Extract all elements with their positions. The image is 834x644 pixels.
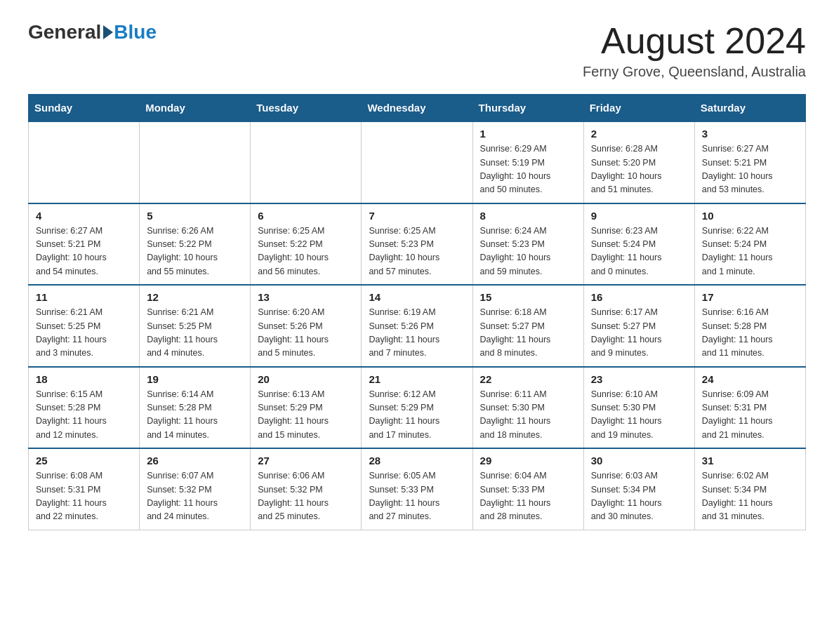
calendar-header-row: SundayMondayTuesdayWednesdayThursdayFrid… <box>29 95 806 122</box>
day-info: Sunrise: 6:15 AM Sunset: 5:28 PM Dayligh… <box>36 388 132 443</box>
day-info: Sunrise: 6:13 AM Sunset: 5:29 PM Dayligh… <box>258 388 354 443</box>
day-info: Sunrise: 6:20 AM Sunset: 5:26 PM Dayligh… <box>258 306 354 361</box>
day-info: Sunrise: 6:05 AM Sunset: 5:33 PM Dayligh… <box>369 469 465 524</box>
day-info: Sunrise: 6:21 AM Sunset: 5:25 PM Dayligh… <box>147 306 243 361</box>
day-info: Sunrise: 6:26 AM Sunset: 5:22 PM Dayligh… <box>147 224 243 279</box>
calendar-day-cell: 10Sunrise: 6:22 AM Sunset: 5:24 PM Dayli… <box>694 203 805 286</box>
day-info: Sunrise: 6:25 AM Sunset: 5:22 PM Dayligh… <box>258 224 354 279</box>
weekday-header-wednesday: Wednesday <box>362 95 472 122</box>
calendar-day-cell <box>140 121 251 203</box>
day-info: Sunrise: 6:18 AM Sunset: 5:27 PM Dayligh… <box>480 306 576 361</box>
day-number: 6 <box>258 210 354 222</box>
day-number: 3 <box>702 128 798 140</box>
calendar-day-cell: 31Sunrise: 6:02 AM Sunset: 5:34 PM Dayli… <box>694 448 805 530</box>
day-number: 1 <box>480 128 576 140</box>
logo-blue-text: Blue <box>114 21 157 43</box>
day-number: 19 <box>147 373 243 385</box>
day-info: Sunrise: 6:06 AM Sunset: 5:32 PM Dayligh… <box>258 469 354 524</box>
calendar-day-cell: 7Sunrise: 6:25 AM Sunset: 5:23 PM Daylig… <box>362 203 472 286</box>
day-number: 12 <box>147 291 243 303</box>
calendar-day-cell: 4Sunrise: 6:27 AM Sunset: 5:21 PM Daylig… <box>29 203 140 286</box>
day-number: 20 <box>258 373 354 385</box>
day-number: 17 <box>702 291 798 303</box>
day-number: 27 <box>258 455 354 467</box>
day-info: Sunrise: 6:21 AM Sunset: 5:25 PM Dayligh… <box>36 306 132 361</box>
calendar-day-cell: 15Sunrise: 6:18 AM Sunset: 5:27 PM Dayli… <box>472 285 583 367</box>
month-title: August 2024 <box>583 21 806 61</box>
calendar-day-cell: 19Sunrise: 6:14 AM Sunset: 5:28 PM Dayli… <box>140 367 251 449</box>
calendar-day-cell: 25Sunrise: 6:08 AM Sunset: 5:31 PM Dayli… <box>29 448 140 530</box>
day-number: 31 <box>702 455 798 467</box>
day-number: 13 <box>258 291 354 303</box>
day-number: 30 <box>591 455 687 467</box>
calendar-day-cell: 16Sunrise: 6:17 AM Sunset: 5:27 PM Dayli… <box>583 285 694 367</box>
day-info: Sunrise: 6:17 AM Sunset: 5:27 PM Dayligh… <box>591 306 687 361</box>
calendar-day-cell <box>362 121 472 203</box>
logo-arrow-icon <box>103 25 113 39</box>
calendar-day-cell: 1Sunrise: 6:29 AM Sunset: 5:19 PM Daylig… <box>472 121 583 203</box>
day-info: Sunrise: 6:22 AM Sunset: 5:24 PM Dayligh… <box>702 224 798 279</box>
day-number: 5 <box>147 210 243 222</box>
day-number: 23 <box>591 373 687 385</box>
day-info: Sunrise: 6:25 AM Sunset: 5:23 PM Dayligh… <box>369 224 465 279</box>
title-section: August 2024 Ferny Grove, Queensland, Aus… <box>583 21 806 80</box>
calendar-week-row: 4Sunrise: 6:27 AM Sunset: 5:21 PM Daylig… <box>29 203 806 286</box>
day-info: Sunrise: 6:02 AM Sunset: 5:34 PM Dayligh… <box>702 469 798 524</box>
calendar-day-cell: 24Sunrise: 6:09 AM Sunset: 5:31 PM Dayli… <box>694 367 805 449</box>
calendar-day-cell: 8Sunrise: 6:24 AM Sunset: 5:23 PM Daylig… <box>472 203 583 286</box>
calendar-week-row: 25Sunrise: 6:08 AM Sunset: 5:31 PM Dayli… <box>29 448 806 530</box>
day-number: 9 <box>591 210 687 222</box>
page-header: General Blue August 2024 Ferny Grove, Qu… <box>28 21 806 80</box>
calendar-body: 1Sunrise: 6:29 AM Sunset: 5:19 PM Daylig… <box>29 121 806 530</box>
day-number: 21 <box>369 373 465 385</box>
calendar-table: SundayMondayTuesdayWednesdayThursdayFrid… <box>28 94 806 530</box>
day-info: Sunrise: 6:09 AM Sunset: 5:31 PM Dayligh… <box>702 388 798 443</box>
calendar-day-cell <box>251 121 362 203</box>
day-info: Sunrise: 6:23 AM Sunset: 5:24 PM Dayligh… <box>591 224 687 279</box>
calendar-day-cell: 22Sunrise: 6:11 AM Sunset: 5:30 PM Dayli… <box>472 367 583 449</box>
calendar-day-cell: 28Sunrise: 6:05 AM Sunset: 5:33 PM Dayli… <box>362 448 472 530</box>
calendar-day-cell: 14Sunrise: 6:19 AM Sunset: 5:26 PM Dayli… <box>362 285 472 367</box>
calendar-day-cell: 23Sunrise: 6:10 AM Sunset: 5:30 PM Dayli… <box>583 367 694 449</box>
day-info: Sunrise: 6:10 AM Sunset: 5:30 PM Dayligh… <box>591 388 687 443</box>
calendar-day-cell: 6Sunrise: 6:25 AM Sunset: 5:22 PM Daylig… <box>251 203 362 286</box>
day-info: Sunrise: 6:28 AM Sunset: 5:20 PM Dayligh… <box>591 142 687 197</box>
logo-general-text: General <box>28 21 101 43</box>
day-number: 7 <box>369 210 465 222</box>
day-info: Sunrise: 6:27 AM Sunset: 5:21 PM Dayligh… <box>36 224 132 279</box>
calendar-day-cell: 21Sunrise: 6:12 AM Sunset: 5:29 PM Dayli… <box>362 367 472 449</box>
day-info: Sunrise: 6:29 AM Sunset: 5:19 PM Dayligh… <box>480 142 576 197</box>
calendar-day-cell <box>29 121 140 203</box>
day-number: 26 <box>147 455 243 467</box>
day-number: 29 <box>480 455 576 467</box>
day-number: 15 <box>480 291 576 303</box>
day-info: Sunrise: 6:12 AM Sunset: 5:29 PM Dayligh… <box>369 388 465 443</box>
day-info: Sunrise: 6:19 AM Sunset: 5:26 PM Dayligh… <box>369 306 465 361</box>
calendar-week-row: 1Sunrise: 6:29 AM Sunset: 5:19 PM Daylig… <box>29 121 806 203</box>
calendar-day-cell: 11Sunrise: 6:21 AM Sunset: 5:25 PM Dayli… <box>29 285 140 367</box>
day-number: 18 <box>36 373 132 385</box>
calendar-week-row: 18Sunrise: 6:15 AM Sunset: 5:28 PM Dayli… <box>29 367 806 449</box>
calendar-day-cell: 13Sunrise: 6:20 AM Sunset: 5:26 PM Dayli… <box>251 285 362 367</box>
calendar-day-cell: 12Sunrise: 6:21 AM Sunset: 5:25 PM Dayli… <box>140 285 251 367</box>
day-info: Sunrise: 6:07 AM Sunset: 5:32 PM Dayligh… <box>147 469 243 524</box>
calendar-day-cell: 3Sunrise: 6:27 AM Sunset: 5:21 PM Daylig… <box>694 121 805 203</box>
calendar-day-cell: 30Sunrise: 6:03 AM Sunset: 5:34 PM Dayli… <box>583 448 694 530</box>
weekday-header-sunday: Sunday <box>29 95 140 122</box>
day-info: Sunrise: 6:24 AM Sunset: 5:23 PM Dayligh… <box>480 224 576 279</box>
day-number: 11 <box>36 291 132 303</box>
calendar-day-cell: 9Sunrise: 6:23 AM Sunset: 5:24 PM Daylig… <box>583 203 694 286</box>
day-number: 2 <box>591 128 687 140</box>
calendar-day-cell: 18Sunrise: 6:15 AM Sunset: 5:28 PM Dayli… <box>29 367 140 449</box>
day-info: Sunrise: 6:04 AM Sunset: 5:33 PM Dayligh… <box>480 469 576 524</box>
weekday-header-saturday: Saturday <box>694 95 805 122</box>
day-number: 16 <box>591 291 687 303</box>
weekday-header-thursday: Thursday <box>472 95 583 122</box>
day-info: Sunrise: 6:03 AM Sunset: 5:34 PM Dayligh… <box>591 469 687 524</box>
day-info: Sunrise: 6:08 AM Sunset: 5:31 PM Dayligh… <box>36 469 132 524</box>
day-number: 10 <box>702 210 798 222</box>
weekday-header-friday: Friday <box>583 95 694 122</box>
calendar-day-cell: 29Sunrise: 6:04 AM Sunset: 5:33 PM Dayli… <box>472 448 583 530</box>
weekday-header-tuesday: Tuesday <box>251 95 362 122</box>
day-number: 8 <box>480 210 576 222</box>
